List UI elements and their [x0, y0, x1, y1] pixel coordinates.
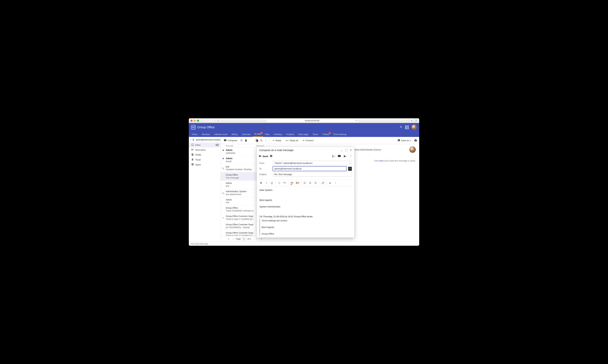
folder-label: Drafts [195, 154, 201, 156]
tab-calendar[interactable]: Calendar [239, 131, 253, 137]
dropdown-icon: ▾ [410, 140, 411, 141]
compose-button[interactable]: Compose [222, 138, 239, 143]
folder-spam[interactable]: Spam [189, 162, 221, 167]
account-label: admin@intermesh.localhost [196, 139, 221, 141]
page-input[interactable] [242, 237, 247, 241]
italic-icon[interactable]: I [264, 181, 269, 185]
sidebar-toggle[interactable]: ◫ [216, 119, 220, 123]
tab-tasks[interactable]: Tasks [310, 131, 320, 137]
maximize-window[interactable] [197, 120, 199, 122]
priority-icon[interactable]: ▾ [343, 154, 347, 158]
traffic-lights [191, 120, 199, 122]
tab-notes[interactable]: Notes [190, 131, 200, 137]
minimize-window[interactable] [194, 120, 196, 122]
tab-modules[interactable]: Modules [200, 131, 212, 137]
folder-label: Inbox [195, 144, 201, 146]
url-bar[interactable]: localhost/#email ⟳ [266, 119, 358, 123]
reply-button[interactable]: ↩Reply [271, 138, 283, 143]
save-draft-icon[interactable] [270, 155, 273, 158]
folder-trash[interactable]: Trash [189, 157, 221, 162]
forward-icon: ➜ [303, 139, 304, 142]
prev-page-icon[interactable]: ‹ [231, 237, 235, 241]
url-text: localhost/#email [305, 119, 319, 122]
reply-all-button[interactable]: «↩Reply all [284, 138, 300, 143]
refresh-icon[interactable]: ⟳ [240, 139, 243, 142]
more-compose-icon[interactable]: ⋮ [349, 154, 352, 158]
folder-panel: ▾ admin@intermesh.localhost Inbox5Sent i… [189, 137, 221, 242]
new-tab-button[interactable]: + [415, 119, 417, 123]
dialog-title: Compose an e-mail message [259, 149, 293, 152]
from-select[interactable]: "Admin" <admin@intermesh.localhost> ▾ [273, 161, 352, 165]
back-button[interactable]: ‹ [204, 119, 208, 123]
tab-billing[interactable]: Billing [230, 131, 240, 137]
badge: 3 [329, 132, 331, 134]
close-dialog-icon[interactable]: ✕ [350, 149, 352, 152]
attachment-icon: 📎 [222, 167, 224, 170]
share-button[interactable]: ⇪ [404, 119, 409, 123]
font-size-icon[interactable]: тT [277, 181, 282, 185]
tab-holidays[interactable]: Holidays [272, 131, 284, 137]
addressbook-icon[interactable] [338, 154, 341, 158]
editor-body[interactable]: Dear System, Best regards System Adminis… [257, 186, 354, 237]
save-as-button[interactable]: Save as ▾ [396, 138, 413, 143]
search-icon[interactable] [400, 126, 402, 129]
subject-input[interactable] [273, 172, 352, 177]
align-left-icon[interactable]: ☰ [302, 181, 307, 185]
bold-icon[interactable]: B [259, 181, 264, 185]
tab-projects[interactable]: Projects [284, 131, 296, 137]
apps-icon[interactable] [405, 126, 409, 129]
brand[interactable]: Group Office [191, 125, 215, 130]
chevron-down-icon: ▾ [349, 162, 350, 164]
attach-icon[interactable]: ▾ [332, 154, 335, 158]
more-icon[interactable]: ⋮ [264, 139, 268, 142]
forward-button[interactable]: › [208, 119, 212, 123]
folder-sent-items[interactable]: Sent items [189, 147, 221, 152]
highlight-icon[interactable]: A▾ [295, 181, 300, 185]
align-center-icon[interactable]: ☰ [308, 181, 313, 185]
text-color-icon[interactable]: A▾ [290, 181, 294, 185]
font-family-icon[interactable]: Tᴛ [282, 181, 287, 185]
tab-e-mail[interactable]: E-mail6 [253, 131, 263, 137]
account-row[interactable]: ▾ admin@intermesh.localhost [189, 137, 221, 143]
folder-inbox[interactable]: Inbox5 [189, 143, 221, 147]
search-list-icon[interactable] [260, 139, 263, 142]
expand-recipients-icon[interactable]: ⋯ [348, 167, 352, 171]
copy-icon[interactable] [255, 139, 259, 142]
print-icon[interactable] [414, 139, 417, 142]
reload-icon[interactable]: ⟳ [355, 119, 357, 122]
content-toolbar: ↩Reply «↩Reply all ➜Forward Save as ▾ [269, 137, 419, 144]
to-label: To: [259, 168, 271, 170]
compose-icon [224, 139, 226, 142]
fullscreen-dialog-icon[interactable]: ⛶ [345, 149, 347, 152]
forward-button[interactable]: ➜Forward [301, 138, 315, 143]
to-input[interactable] [273, 166, 346, 171]
link-icon[interactable]: 🔗 [320, 181, 325, 185]
body-greeting: Dear System, [260, 188, 351, 192]
align-right-icon[interactable]: ☰ [313, 181, 318, 185]
badge: 6 [260, 132, 263, 134]
minimize-dialog-icon[interactable]: ⌄ [341, 149, 343, 152]
list-icon[interactable]: ≣ [328, 181, 333, 185]
tab-address-book[interactable]: Address book [212, 131, 230, 137]
tab-tickets[interactable]: Tickets3 [320, 131, 331, 137]
status-bar: 1% of 512,0 M used [189, 242, 419, 246]
folder-count: 5 [215, 144, 219, 146]
delete-icon[interactable] [244, 139, 248, 142]
send-button[interactable]: Send [259, 155, 268, 158]
user-avatar[interactable] [411, 125, 417, 130]
folder-label: Spam [195, 163, 201, 166]
tab-start-page[interactable]: Start page [296, 131, 310, 137]
folder-drafts[interactable]: Drafts [189, 152, 221, 157]
more-format-icon[interactable]: ⋮ [333, 181, 338, 185]
body-signature: System Administrator [260, 205, 351, 208]
underline-icon[interactable]: U [269, 181, 275, 185]
tab-time-tracking[interactable]: Time tracking [331, 131, 348, 137]
spam-here-link[interactable]: here [379, 160, 384, 162]
first-page-icon[interactable]: |‹ [226, 237, 230, 241]
editor-toolbar: B I U тT Tᴛ A▾ A▾ ☰ ☰ ☰ 🔗 ≣ ⋮ [257, 179, 354, 186]
reply-icon: ↩ [273, 139, 275, 142]
close-window[interactable] [191, 120, 193, 122]
tab-files[interactable]: Files [263, 131, 272, 137]
folder-label: Trash [195, 158, 201, 161]
tabs-button[interactable]: ⧉ [410, 119, 414, 123]
